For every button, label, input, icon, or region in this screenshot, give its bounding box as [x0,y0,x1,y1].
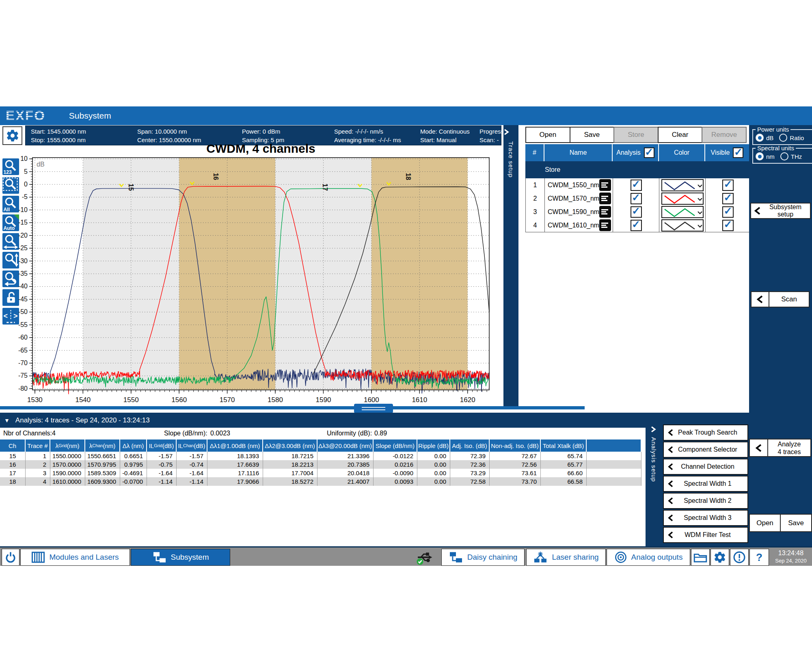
analog-outputs-label: Analog outputs [631,553,683,562]
spectral-width-3-button[interactable]: Spectral Width 3 [663,510,748,526]
svg-text:-35: -35 [18,270,28,277]
wdm-filter-test-button[interactable]: WDM Filter Test [663,527,748,543]
store-trace-button[interactable]: Store [613,127,659,143]
status-top: Power: 0 dBm [242,127,334,136]
clear-trace-button[interactable]: Clear [658,127,703,143]
channel-label-18: 18 [405,173,412,180]
title-bar: EXFO Subsystem [0,106,812,125]
open-trace-button[interactable]: Open [525,127,570,143]
notifications-button[interactable] [730,549,749,566]
chevron-left-icon [757,295,763,304]
spectral-radio-nm[interactable] [756,152,764,160]
analysis-all-checkbox[interactable]: ✓ [644,147,654,158]
tab-analysis-setup[interactable]: Analysis setup [646,422,662,544]
component-selector-button[interactable]: Component Selector [663,442,748,458]
taskbar: Modules and LasersSubsystemDaisy chainin… [0,546,812,566]
trace-visible-checkbox[interactable]: ✓ [722,220,734,231]
trace-visible-checkbox[interactable]: ✓ [722,206,734,218]
right-sidebar: Power unitsdBRatioSpectral unitsnmTHzSub… [749,125,812,546]
analysis-header-label: Analysis: 4 traces - Sep 24, 2020 - 13:2… [15,416,150,424]
open-file-button[interactable] [691,549,710,566]
svg-text:1550: 1550 [123,396,139,404]
trace-color-dropdown[interactable] [661,219,704,232]
usb-status [416,549,433,565]
help-icon: ? [756,551,762,564]
settings-button[interactable] [2,126,22,145]
analysis-cell: 1590.0000 [50,469,85,477]
daisy-chaining-button[interactable]: Daisy chaining [441,549,525,566]
trace-color-dropdown[interactable] [661,206,704,218]
setup-button-label: Spectral Width 2 [674,497,747,504]
spectral-width-1-button[interactable]: Spectral Width 1 [663,476,748,492]
analog-outputs-button[interactable]: Analog outputs [607,549,690,566]
analysis-cell [587,477,641,486]
remove-trace-button[interactable]: Remove [702,127,747,143]
analysis-cell: 0.00 [417,477,450,486]
subsystem-setup-button[interactable]: Subsystemsetup [750,203,811,219]
store-row: Store [525,161,750,178]
trace-visible-checkbox[interactable]: ✓ [722,180,734,191]
setup-button-label: WDM Filter Test [674,531,747,539]
setup-button-label: Channel Detection [674,463,747,470]
trace-color-dropdown[interactable] [661,179,704,191]
help-button[interactable]: ? [749,549,769,566]
svg-text:1560: 1560 [171,396,187,404]
trace-note-icon[interactable] [599,179,611,191]
analysis-header[interactable]: ▼ Analysis: 4 traces - Sep 24, 2020 - 13… [0,413,646,428]
trace-analysis-checkbox[interactable]: ✓ [631,206,642,218]
power-radio-label: Ratio [790,134,804,141]
analysis-cell: -0.0700 [120,477,147,486]
analysis-cell: 72.39 [450,452,490,460]
power-radio-db[interactable] [756,134,764,142]
analyze-button[interactable]: Analyze4 traces [749,439,811,457]
analysis-save-button[interactable]: Save [780,514,812,532]
setup-button-label: Peak Trough Search [674,429,747,436]
col-visible: Visible [711,149,730,156]
svg-text:-50: -50 [18,308,28,315]
trace-analysis-checkbox[interactable]: ✓ [631,180,642,191]
spectrum-plot[interactable]: 1050-5-10-15-20-25-30-35-40-45-50-55-60-… [0,154,503,411]
trace-note-icon[interactable] [599,219,611,231]
analysis-open-button[interactable]: Open [749,514,781,532]
chevron-left-icon [668,429,674,437]
spectral-radio-label: THz [791,153,802,160]
visible-all-checkbox[interactable]: ✓ [733,147,743,158]
modules-label: Modules and Lasers [49,553,119,562]
trace-analysis-checkbox[interactable]: ✓ [631,193,642,204]
analysis-cell: -0.0090 [374,469,417,477]
spectral-radio-thz[interactable] [780,152,788,160]
analysis-cell [587,460,641,469]
trace-analysis-checkbox[interactable]: ✓ [631,220,642,231]
subsystem-label: Subsystem [171,553,209,562]
trace-note-icon[interactable] [599,206,611,218]
analyze-chevron [749,439,768,457]
svg-text:-25: -25 [18,245,28,251]
save-trace-button[interactable]: Save [570,127,615,143]
spectral-units-legend: Spectral units [756,145,796,152]
power-radio-ratio[interactable] [779,134,787,142]
taskbar-modules-button[interactable]: Modules and Lasers [20,549,130,566]
trace-row: 2CWDM_1570_nm✓✓ [525,192,751,206]
analysis-cell: 73.29 [450,469,490,477]
svg-text:-75: -75 [18,372,28,379]
status-top: Start: 1545.0000 nm [31,127,137,136]
channel-detection-button[interactable]: Channel Detection [663,459,748,475]
analysis-cell: 73.61 [490,469,541,477]
trace-note-icon[interactable] [599,193,611,204]
scan-button[interactable]: Scan [751,291,810,307]
laser-sharing-button[interactable]: Laser sharing [526,549,606,566]
peak-trough-search-button[interactable]: Peak Trough Search [663,424,748,441]
analysis-setup-area: Analysis setupPeak Trough SearchComponen… [646,413,749,546]
analysis-cell: 17 [0,469,26,477]
trace-visible-checkbox[interactable]: ✓ [722,193,734,204]
spectral-width-2-button[interactable]: Spectral Width 2 [663,493,748,509]
svg-text:1590: 1590 [316,396,331,404]
analysis-cell: 0.0093 [374,477,417,486]
tab-trace-setup[interactable]: Trace setup [503,125,518,408]
divider-handle[interactable] [354,404,393,413]
power-button[interactable] [2,549,19,566]
trace-color-dropdown[interactable] [661,193,704,205]
system-settings-button[interactable] [710,549,729,566]
spectrum-chart[interactable]: 1050-5-10-15-20-25-30-35-40-45-50-55-60-… [0,154,503,411]
taskbar-subsystem-button[interactable]: Subsystem [131,549,230,566]
